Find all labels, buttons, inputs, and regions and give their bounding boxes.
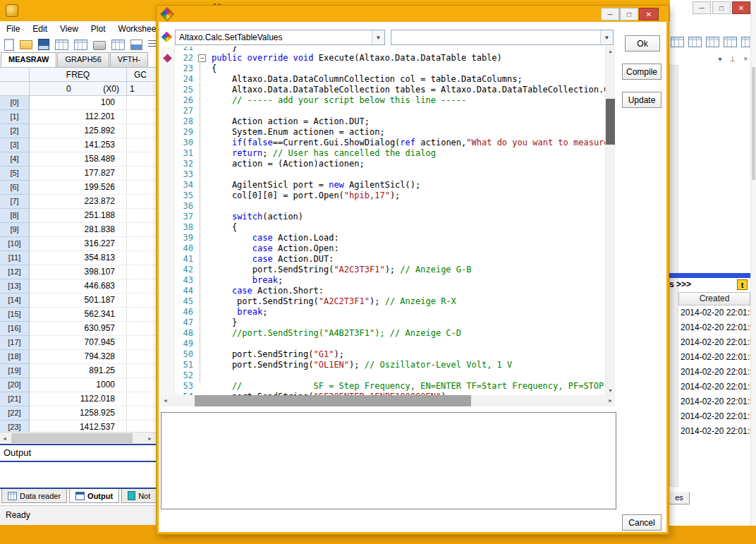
code-line[interactable]: 41 case Action.DUT: (161, 254, 605, 265)
list-item[interactable]: 2014-02-20 22:01:5 (678, 424, 750, 439)
menu-edit[interactable]: Edit (26, 24, 54, 34)
partial-tab[interactable]: es (669, 492, 690, 504)
code-line[interactable]: 26 // ----- add your script below this l… (161, 95, 605, 106)
code-line[interactable]: 33 (161, 169, 605, 180)
cell-gc[interactable] (127, 152, 156, 167)
scrollbar-thumb[interactable] (752, 67, 755, 180)
row-header[interactable]: [18] (0, 350, 30, 364)
table-row[interactable]: [14]501.187 (0, 294, 156, 308)
cell-gc[interactable] (127, 322, 156, 336)
cell-gc[interactable] (127, 167, 156, 181)
scroll-down-icon[interactable]: ▼ (606, 388, 615, 393)
scroll-right-icon[interactable]: ► (608, 398, 613, 403)
table-row[interactable]: [19]891.25 (0, 364, 156, 378)
cell-freq[interactable]: 1122.018 (30, 392, 127, 406)
subheader-gc[interactable]: 1 (127, 82, 157, 96)
cell-freq[interactable]: 100 (30, 96, 127, 110)
list-item[interactable]: 2014-02-20 22:01:5 (678, 335, 750, 350)
list-item[interactable]: 2014-02-20 22:01:5 (678, 306, 750, 320)
tab-graph56[interactable]: GRAPH56 (57, 52, 109, 67)
cell-freq[interactable]: 562.341 (30, 308, 127, 322)
code-line[interactable]: 37 switch(action) (161, 212, 605, 222)
editor-vertical-scrollbar[interactable]: ▲ ▼ (605, 47, 615, 395)
row-header[interactable]: [13] (0, 279, 30, 294)
compile-button[interactable]: Compile (622, 64, 662, 80)
row-header[interactable]: [2] (0, 124, 30, 138)
list-item[interactable]: 2014-02-20 22:01:5 (678, 350, 750, 365)
breakpoint-icon[interactable] (163, 54, 172, 63)
cell-freq[interactable]: 446.683 (30, 279, 127, 294)
worksheet-horizontal-scrollbar[interactable]: ◄ ► (0, 432, 156, 444)
code-line[interactable]: 43 break; (161, 275, 605, 286)
cell-freq[interactable]: 125.892 (30, 124, 127, 138)
script-name-combobox[interactable]: Altaxo.Calc.SetTableValues ▼ (175, 30, 385, 45)
breakpoint-margin[interactable] (161, 47, 175, 395)
table-row[interactable]: [4]158.489 (0, 152, 156, 167)
chevron-down-icon[interactable]: ▼ (372, 30, 384, 44)
row-header[interactable]: [4] (0, 152, 30, 167)
code-line[interactable]: 32 action = (Action)actionen; (161, 159, 605, 169)
scrollbar-thumb[interactable] (195, 395, 471, 406)
row-header[interactable]: [5] (0, 167, 30, 181)
table-badge-icon[interactable]: t (737, 279, 748, 290)
cell-gc[interactable] (127, 251, 156, 265)
save-icon[interactable] (38, 39, 49, 50)
cell-freq[interactable]: 1412.537 (30, 421, 127, 432)
code-line[interactable]: 50 port.SendString("G1"); (161, 349, 605, 360)
cell-freq[interactable]: 1258.925 (30, 406, 127, 421)
cell-gc[interactable] (127, 237, 156, 251)
subheader-freq[interactable]: 0 (X0) (30, 82, 127, 96)
code-line[interactable]: 35 col[0][0] = port.Open("hpib,17"); (161, 191, 605, 201)
compiler-message-area[interactable] (161, 412, 616, 509)
cell-gc[interactable] (127, 336, 156, 350)
ok-button[interactable]: Ok (625, 35, 660, 52)
row-header[interactable]: [14] (0, 294, 30, 308)
table-row[interactable]: [16]630.957 (0, 322, 156, 336)
table-row[interactable]: [6]199.526 (0, 181, 156, 195)
list-item[interactable]: 2014-02-20 22:01:5 (678, 320, 750, 335)
dialog-minimize-icon[interactable]: ─ (601, 8, 619, 20)
code-line[interactable]: 31 return; // User has cancelled the dia… (161, 148, 605, 159)
row-header[interactable]: [17] (0, 336, 30, 350)
cell-gc[interactable] (127, 265, 156, 279)
table-icon[interactable] (74, 40, 87, 50)
cell-freq[interactable]: 141.253 (30, 138, 127, 152)
scroll-left-icon[interactable]: ◄ (163, 398, 168, 403)
code-line[interactable]: 34 AgilentSicl port = new AgilentSicl(); (161, 180, 605, 191)
table-icon[interactable] (671, 37, 684, 47)
code-line[interactable]: 53 // SF = Step Frequency, EN=ENTER TF=S… (161, 381, 605, 392)
code-line[interactable]: 39 case Action.Load: (161, 233, 605, 243)
cell-freq[interactable]: 281.838 (30, 223, 127, 237)
corner-cell[interactable] (0, 68, 30, 82)
row-header[interactable]: [9] (0, 223, 30, 237)
row-header[interactable]: [11] (0, 251, 30, 265)
table-row[interactable]: [18]794.328 (0, 350, 156, 364)
cell-gc[interactable] (127, 364, 156, 378)
scroll-right-icon[interactable]: ► (147, 436, 152, 441)
close-icon[interactable]: ✕ (732, 1, 750, 14)
pin-icon[interactable]: ⊥ (729, 55, 736, 63)
menu-file[interactable]: File (0, 24, 26, 34)
row-header[interactable]: [8] (0, 209, 30, 223)
table-row[interactable]: [21]1122.018 (0, 392, 156, 406)
update-button[interactable]: Update (622, 92, 662, 108)
cell-gc[interactable] (127, 223, 156, 237)
cell-freq[interactable]: 223.872 (30, 195, 127, 209)
row-header[interactable]: [1] (0, 110, 30, 124)
list-item[interactable]: 2014-02-20 22:01:5 (678, 365, 750, 380)
secondary-combobox[interactable]: ▼ (391, 30, 614, 45)
scroll-up-icon[interactable]: ▲ (606, 49, 615, 54)
dialog-maximize-icon[interactable]: □ (620, 8, 638, 20)
row-header[interactable]: [22] (0, 406, 30, 421)
cell-freq[interactable]: 707.945 (30, 336, 127, 350)
cell-gc[interactable] (127, 138, 156, 152)
code-editor[interactable]: 21 }22−public override void Execute(Alta… (161, 47, 615, 395)
code-line[interactable]: 21 } (161, 47, 605, 53)
table-row[interactable]: [5]177.827 (0, 167, 156, 181)
row-header[interactable]: [15] (0, 308, 30, 322)
scrollbar-thumb[interactable] (606, 99, 615, 145)
tab-vfth[interactable]: VFTH- (110, 52, 148, 67)
cell-gc[interactable] (127, 195, 156, 209)
cell-freq[interactable]: 891.25 (30, 364, 127, 378)
row-header[interactable]: [16] (0, 322, 30, 336)
